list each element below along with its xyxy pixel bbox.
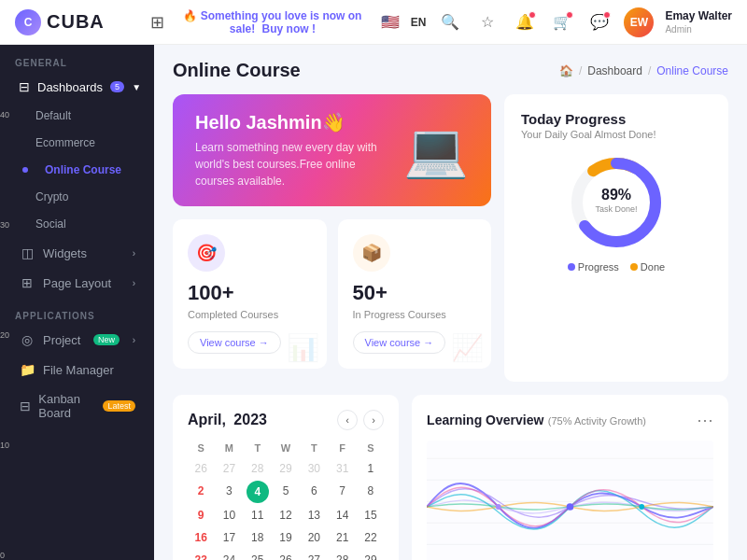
cal-header-t: T: [245, 440, 271, 456]
star-icon[interactable]: ☆: [474, 9, 500, 35]
cal-day[interactable]: 19: [273, 527, 299, 548]
grid-icon[interactable]: ⊞: [150, 12, 164, 33]
page-header: Online Course 🏠 / Dashboard / Online Cou…: [173, 60, 728, 81]
project-chevron: ›: [133, 335, 135, 345]
chart-area: Sep 5Sep 8Sep 12Sep 16Sep 18Sep 17Sep 23…: [427, 438, 713, 560]
cal-day[interactable]: 28: [245, 458, 271, 479]
breadcrumb-current: Online Course: [656, 64, 728, 77]
message-badge: [603, 11, 611, 19]
stat-icon-0: 🎯: [188, 234, 225, 272]
kanban-badge: Latest: [103, 400, 135, 412]
sidebar-item-crypto[interactable]: Crypto: [6, 184, 148, 210]
logo-text: CUBA: [47, 11, 105, 33]
sidebar-item-project[interactable]: ◎ Project New ›: [6, 326, 148, 354]
cal-day[interactable]: 14: [329, 505, 355, 525]
sidebar-item-default[interactable]: Default: [6, 103, 148, 129]
dashboard-icon: ⊟: [19, 79, 30, 94]
widgets-icon: ◫: [19, 245, 35, 260]
sidebar-item-kanban[interactable]: ⊟ Kanban Board Latest: [6, 385, 148, 427]
stat-label-1: In Progress Courses: [353, 309, 477, 320]
search-icon[interactable]: 🔍: [437, 9, 463, 35]
cal-day[interactable]: 26: [188, 458, 214, 479]
cal-day[interactable]: 21: [329, 527, 355, 548]
cal-day[interactable]: 22: [358, 527, 384, 548]
notice-bar: 🔥 Something you love is now on sale! Buy…: [172, 9, 374, 35]
widgets-label: Widgets: [43, 246, 87, 260]
cal-day[interactable]: 17: [216, 527, 242, 548]
cal-day[interactable]: 18: [245, 527, 271, 548]
breadcrumb-dashboard[interactable]: Dashboard: [587, 64, 642, 77]
cal-header-s: S: [358, 440, 384, 456]
prev-month-btn[interactable]: ‹: [337, 410, 358, 430]
main-content: Online Course 🏠 / Dashboard / Online Cou…: [154, 45, 747, 560]
cal-day[interactable]: 5: [273, 481, 299, 503]
cal-day[interactable]: 10: [216, 505, 242, 525]
cal-day[interactable]: 30: [301, 458, 327, 479]
buy-now-link[interactable]: Buy now !: [262, 22, 316, 35]
sidebar-item-dashboards[interactable]: ⊟ Dashboards 5 ▼: [6, 73, 148, 101]
progress-dot: [568, 263, 575, 271]
view-course-btn-0[interactable]: View course →: [188, 331, 281, 354]
cal-day[interactable]: 28: [329, 550, 355, 560]
svg-point-13: [496, 504, 501, 510]
cal-day[interactable]: 16: [188, 527, 214, 548]
cal-day[interactable]: 12: [273, 505, 299, 525]
cal-day[interactable]: 23: [188, 550, 214, 560]
cal-day[interactable]: 1: [358, 458, 384, 479]
sidebar-item-social[interactable]: Social: [6, 211, 148, 237]
message-icon[interactable]: 💬: [586, 9, 613, 35]
language-label[interactable]: EN: [411, 16, 427, 29]
user-info: Emay Walter Admin: [665, 9, 732, 35]
hero-greeting: Hello Jashmin👋: [195, 111, 382, 133]
cal-day[interactable]: 4: [247, 481, 269, 503]
cal-day[interactable]: 25: [245, 550, 271, 560]
sidebar-item-ecommerce[interactable]: Ecommerce: [6, 130, 148, 156]
cal-day[interactable]: 7: [329, 481, 355, 503]
calendar-nav: ‹ ›: [337, 410, 384, 430]
cal-day[interactable]: 27: [301, 550, 327, 560]
cal-day[interactable]: 11: [245, 505, 271, 525]
chevron-icon: ▼: [132, 82, 141, 92]
cal-day[interactable]: 29: [358, 550, 384, 560]
breadcrumb-home[interactable]: 🏠: [559, 64, 573, 77]
hero-text: Hello Jashmin👋 Learn something new every…: [195, 111, 382, 189]
cal-day[interactable]: 31: [329, 458, 355, 479]
cal-day[interactable]: 2: [188, 481, 214, 503]
view-course-btn-1[interactable]: View course →: [353, 331, 446, 354]
bell-icon[interactable]: 🔔: [512, 9, 538, 35]
chart-container: 50403020100: [427, 438, 713, 560]
overview-title-wrap: Learning Overview (75% Activity Growth): [427, 412, 646, 428]
cal-day[interactable]: 9: [188, 505, 214, 525]
project-label: Project: [43, 333, 80, 347]
default-label: Default: [35, 109, 71, 122]
avatar[interactable]: EW: [624, 7, 654, 37]
logo-icon: C: [15, 9, 41, 35]
next-month-btn[interactable]: ›: [363, 410, 384, 430]
stats-row: 🎯 100+ Completed Courses View course → 📊…: [173, 219, 491, 369]
sidebar-item-file-manager[interactable]: 📁 File Manager: [6, 356, 148, 384]
cal-day[interactable]: 3: [216, 481, 242, 503]
cal-day[interactable]: 24: [216, 550, 242, 560]
breadcrumb: 🏠 / Dashboard / Online Course: [559, 64, 728, 77]
progress-title: Today Progress: [521, 111, 712, 127]
cal-day[interactable]: 15: [358, 505, 384, 525]
cart-badge: [566, 11, 573, 19]
stat-label-0: Completed Courses: [188, 309, 312, 320]
active-dot: [22, 167, 28, 173]
cal-day[interactable]: 6: [301, 481, 327, 503]
sidebar-item-online-course[interactable]: Online Course: [6, 157, 148, 183]
page-layout-icon: ⊞: [19, 275, 35, 290]
cal-day[interactable]: 8: [358, 481, 384, 503]
sidebar-sub-section: Default Ecommerce Online Course Crypto S…: [0, 102, 154, 238]
cal-day[interactable]: 13: [301, 505, 327, 525]
overview-menu-btn[interactable]: ⋯: [697, 410, 713, 430]
cal-day[interactable]: 29: [273, 458, 299, 479]
breadcrumb-sep1: /: [579, 64, 582, 77]
cal-day[interactable]: 26: [273, 550, 299, 560]
cal-day[interactable]: 27: [216, 458, 242, 479]
sidebar-item-page-layout[interactable]: ⊞ Page Layout ›: [6, 269, 148, 297]
cart-icon[interactable]: 🛒: [549, 9, 575, 35]
sidebar-item-widgets[interactable]: ◫ Widgets ›: [6, 239, 148, 267]
svg-text:Task Done!: Task Done!: [595, 204, 637, 214]
cal-day[interactable]: 20: [301, 527, 327, 548]
